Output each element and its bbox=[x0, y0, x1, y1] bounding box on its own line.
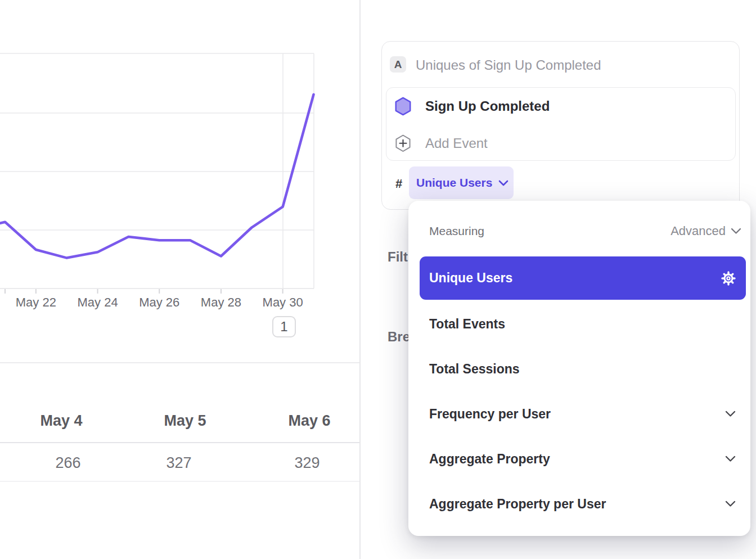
measuring-option[interactable]: Frequency per User bbox=[420, 397, 746, 431]
table-bottom-divider bbox=[0, 481, 361, 482]
x-axis-tick-label: May 30 bbox=[263, 295, 303, 310]
table-value-cell: 266 bbox=[55, 454, 80, 472]
event-list-card: Sign Up Completed Add Event bbox=[386, 87, 736, 161]
measuring-option-label: Unique Users bbox=[429, 271, 512, 286]
advanced-label: Advanced bbox=[670, 224, 726, 238]
measuring-option-label: Aggregate Property bbox=[429, 452, 550, 467]
advanced-mode-selector[interactable]: Advanced bbox=[670, 224, 741, 238]
panel-divider bbox=[359, 0, 361, 559]
query-title: Uniques of Sign Up Completed bbox=[416, 57, 601, 73]
add-event-label: Add Event bbox=[425, 136, 488, 151]
x-axis-tick-label: May 22 bbox=[16, 295, 56, 310]
table-value-cell: 329 bbox=[294, 454, 320, 472]
table-top-divider bbox=[0, 362, 361, 363]
chevron-down-icon bbox=[498, 180, 508, 186]
gear-icon[interactable] bbox=[720, 270, 737, 287]
table-value-cell: 327 bbox=[166, 454, 191, 472]
series-badge: A bbox=[390, 56, 406, 73]
measuring-option[interactable]: Aggregate Property bbox=[420, 442, 746, 476]
metric-selector-chip[interactable]: Unique Users bbox=[409, 166, 514, 199]
measuring-dropdown: Measuring Advanced Unique UsersTotal Eve… bbox=[408, 201, 750, 536]
table-header-cell: May 6 bbox=[288, 412, 330, 430]
table-header-cell: May 5 bbox=[164, 412, 206, 430]
measuring-option-label: Total Events bbox=[429, 317, 505, 332]
x-axis-tick-label: May 24 bbox=[77, 295, 118, 310]
table-header-divider bbox=[0, 442, 361, 443]
x-axis-tick-label: May 28 bbox=[201, 295, 241, 310]
measuring-option[interactable]: Total Events bbox=[420, 307, 746, 341]
pagination-badge[interactable]: 1 bbox=[272, 316, 296, 337]
filter-section-label: Filt bbox=[388, 249, 408, 265]
measuring-option-label: Aggregate Property per User bbox=[429, 497, 606, 512]
x-axis-tick-label: May 26 bbox=[139, 295, 179, 310]
chevron-down-icon bbox=[725, 411, 736, 417]
event-row-sign-up-completed[interactable]: Sign Up Completed bbox=[394, 94, 550, 119]
measuring-option-selected[interactable]: Unique Users bbox=[420, 256, 746, 300]
add-event-plus-icon bbox=[394, 134, 412, 152]
measuring-option-label: Frequency per User bbox=[429, 407, 551, 422]
measuring-option[interactable]: Total Sessions bbox=[420, 352, 746, 386]
chevron-down-icon bbox=[725, 456, 736, 462]
metric-hash-symbol: # bbox=[395, 177, 402, 191]
event-hexagon-icon bbox=[394, 97, 412, 116]
chevron-down-icon bbox=[725, 501, 736, 507]
event-name: Sign Up Completed bbox=[425, 98, 550, 114]
line-chart bbox=[0, 0, 360, 295]
measuring-option-label: Total Sessions bbox=[429, 362, 520, 377]
chevron-down-icon bbox=[731, 228, 741, 235]
table-header-cell: May 4 bbox=[40, 412, 82, 430]
measuring-label: Measuring bbox=[429, 224, 484, 238]
measuring-option[interactable]: Aggregate Property per User bbox=[420, 487, 746, 521]
metric-chip-label: Unique Users bbox=[416, 176, 492, 190]
add-event-button[interactable]: Add Event bbox=[394, 131, 488, 156]
analytics-screen: May 22May 24May 26May 28May 30 1 May 4Ma… bbox=[0, 0, 756, 559]
breakdown-section-label: Bre bbox=[388, 329, 410, 345]
query-card: A Uniques of Sign Up Completed Sign Up C… bbox=[381, 41, 740, 210]
